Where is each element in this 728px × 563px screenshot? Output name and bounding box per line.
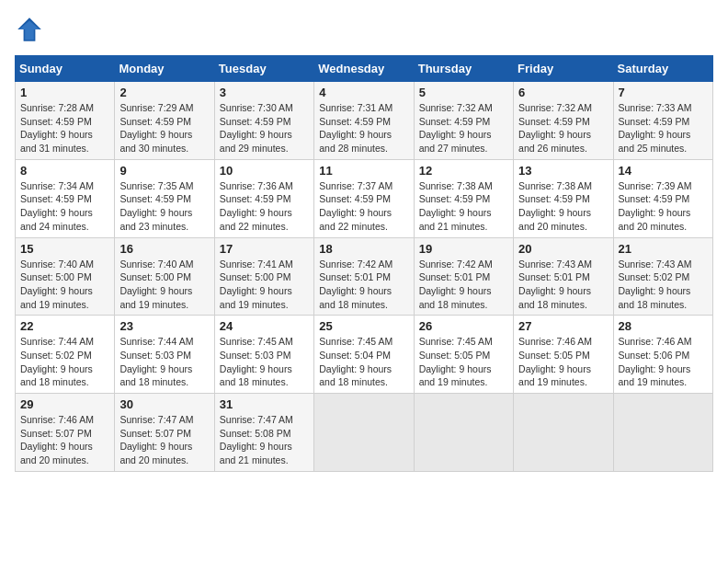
day-info: Sunrise: 7:37 AM Sunset: 4:59 PM Dayligh… <box>319 179 408 234</box>
calendar-cell: 2 Sunrise: 7:29 AM Sunset: 4:59 PM Dayli… <box>115 82 214 160</box>
day-header-thursday: Thursday <box>414 56 513 82</box>
calendar-cell: 3 Sunrise: 7:30 AM Sunset: 4:59 PM Dayli… <box>214 82 313 160</box>
calendar-cell: 30 Sunrise: 7:47 AM Sunset: 5:07 PM Dayl… <box>115 394 214 472</box>
week-row-2: 8 Sunrise: 7:34 AM Sunset: 4:59 PM Dayli… <box>16 159 713 237</box>
calendar-cell: 27 Sunrise: 7:46 AM Sunset: 5:05 PM Dayl… <box>514 316 613 394</box>
calendar-cell: 20 Sunrise: 7:43 AM Sunset: 5:01 PM Dayl… <box>514 237 613 316</box>
calendar-cell: 6 Sunrise: 7:32 AM Sunset: 4:59 PM Dayli… <box>514 82 613 160</box>
calendar-cell <box>613 394 712 472</box>
day-info: Sunrise: 7:30 AM Sunset: 4:59 PM Dayligh… <box>220 101 309 155</box>
day-info: Sunrise: 7:45 AM Sunset: 5:05 PM Dayligh… <box>419 335 508 389</box>
calendar-cell: 4 Sunrise: 7:31 AM Sunset: 4:59 PM Dayli… <box>314 82 414 160</box>
day-number: 17 <box>220 242 309 256</box>
calendar-cell <box>514 394 613 472</box>
day-number: 1 <box>20 86 109 99</box>
day-number: 23 <box>119 319 209 333</box>
days-header-row: SundayMondayTuesdayWednesdayThursdayFrid… <box>16 56 713 82</box>
day-number: 9 <box>119 164 209 178</box>
day-info: Sunrise: 7:40 AM Sunset: 5:00 PM Dayligh… <box>119 258 209 312</box>
calendar-cell: 12 Sunrise: 7:38 AM Sunset: 4:59 PM Dayl… <box>414 159 513 237</box>
day-number: 7 <box>619 86 708 99</box>
day-number: 13 <box>518 164 608 178</box>
day-number: 15 <box>20 242 109 256</box>
calendar-cell: 18 Sunrise: 7:42 AM Sunset: 5:01 PM Dayl… <box>314 237 414 316</box>
day-info: Sunrise: 7:44 AM Sunset: 5:03 PM Dayligh… <box>119 335 209 389</box>
day-info: Sunrise: 7:28 AM Sunset: 4:59 PM Dayligh… <box>20 101 109 155</box>
day-number: 4 <box>319 86 408 99</box>
day-info: Sunrise: 7:44 AM Sunset: 5:02 PM Dayligh… <box>20 335 109 389</box>
day-info: Sunrise: 7:45 AM Sunset: 5:04 PM Dayligh… <box>319 335 408 389</box>
logo <box>15 15 48 44</box>
day-number: 31 <box>220 397 309 411</box>
week-row-1: 1 Sunrise: 7:28 AM Sunset: 4:59 PM Dayli… <box>16 82 713 160</box>
day-number: 22 <box>20 319 109 333</box>
calendar-cell: 24 Sunrise: 7:45 AM Sunset: 5:03 PM Dayl… <box>214 316 313 394</box>
day-info: Sunrise: 7:32 AM Sunset: 4:59 PM Dayligh… <box>518 101 608 155</box>
calendar-cell: 26 Sunrise: 7:45 AM Sunset: 5:05 PM Dayl… <box>414 316 513 394</box>
day-number: 25 <box>319 319 408 333</box>
day-number: 29 <box>20 397 109 411</box>
calendar-cell <box>314 394 414 472</box>
day-header-monday: Monday <box>115 56 214 82</box>
calendar-cell: 13 Sunrise: 7:38 AM Sunset: 4:59 PM Dayl… <box>514 159 613 237</box>
page-header <box>15 15 713 44</box>
calendar-cell: 5 Sunrise: 7:32 AM Sunset: 4:59 PM Dayli… <box>414 82 513 160</box>
day-number: 19 <box>419 242 508 256</box>
day-header-sunday: Sunday <box>16 56 115 82</box>
day-number: 3 <box>220 86 309 99</box>
day-info: Sunrise: 7:35 AM Sunset: 4:59 PM Dayligh… <box>119 179 209 234</box>
day-info: Sunrise: 7:40 AM Sunset: 5:00 PM Dayligh… <box>20 258 109 312</box>
day-info: Sunrise: 7:29 AM Sunset: 4:59 PM Dayligh… <box>119 101 209 155</box>
day-info: Sunrise: 7:46 AM Sunset: 5:07 PM Dayligh… <box>20 413 109 467</box>
day-header-wednesday: Wednesday <box>314 56 414 82</box>
day-header-tuesday: Tuesday <box>214 56 313 82</box>
day-number: 27 <box>518 319 608 333</box>
calendar-cell: 14 Sunrise: 7:39 AM Sunset: 4:59 PM Dayl… <box>613 159 712 237</box>
calendar-cell: 11 Sunrise: 7:37 AM Sunset: 4:59 PM Dayl… <box>314 159 414 237</box>
day-info: Sunrise: 7:46 AM Sunset: 5:05 PM Dayligh… <box>518 335 608 389</box>
day-info: Sunrise: 7:43 AM Sunset: 5:02 PM Dayligh… <box>619 258 708 312</box>
day-number: 6 <box>518 86 608 99</box>
day-info: Sunrise: 7:38 AM Sunset: 4:59 PM Dayligh… <box>518 179 608 234</box>
day-info: Sunrise: 7:46 AM Sunset: 5:06 PM Dayligh… <box>619 335 708 389</box>
day-info: Sunrise: 7:47 AM Sunset: 5:08 PM Dayligh… <box>220 413 309 467</box>
day-info: Sunrise: 7:38 AM Sunset: 4:59 PM Dayligh… <box>419 179 508 234</box>
calendar-cell: 10 Sunrise: 7:36 AM Sunset: 4:59 PM Dayl… <box>214 159 313 237</box>
day-number: 26 <box>419 319 508 333</box>
day-number: 20 <box>518 242 608 256</box>
week-row-4: 22 Sunrise: 7:44 AM Sunset: 5:02 PM Dayl… <box>16 316 713 394</box>
day-info: Sunrise: 7:41 AM Sunset: 5:00 PM Dayligh… <box>220 258 309 312</box>
day-number: 8 <box>20 164 109 178</box>
day-number: 28 <box>619 319 708 333</box>
logo-icon <box>15 15 44 44</box>
day-header-friday: Friday <box>514 56 613 82</box>
day-number: 2 <box>119 86 209 99</box>
day-number: 10 <box>220 164 309 178</box>
day-info: Sunrise: 7:36 AM Sunset: 4:59 PM Dayligh… <box>220 179 309 234</box>
calendar-cell: 31 Sunrise: 7:47 AM Sunset: 5:08 PM Dayl… <box>214 394 313 472</box>
svg-marker-1 <box>19 20 40 40</box>
calendar-cell: 29 Sunrise: 7:46 AM Sunset: 5:07 PM Dayl… <box>16 394 115 472</box>
calendar-cell: 17 Sunrise: 7:41 AM Sunset: 5:00 PM Dayl… <box>214 237 313 316</box>
calendar-cell: 21 Sunrise: 7:43 AM Sunset: 5:02 PM Dayl… <box>613 237 712 316</box>
calendar-cell: 8 Sunrise: 7:34 AM Sunset: 4:59 PM Dayli… <box>16 159 115 237</box>
day-info: Sunrise: 7:43 AM Sunset: 5:01 PM Dayligh… <box>518 258 608 312</box>
day-info: Sunrise: 7:39 AM Sunset: 4:59 PM Dayligh… <box>619 179 708 234</box>
calendar-table: SundayMondayTuesdayWednesdayThursdayFrid… <box>15 55 713 472</box>
calendar-cell: 28 Sunrise: 7:46 AM Sunset: 5:06 PM Dayl… <box>613 316 712 394</box>
calendar-cell: 19 Sunrise: 7:42 AM Sunset: 5:01 PM Dayl… <box>414 237 513 316</box>
calendar-cell: 15 Sunrise: 7:40 AM Sunset: 5:00 PM Dayl… <box>16 237 115 316</box>
day-number: 12 <box>419 164 508 178</box>
day-info: Sunrise: 7:31 AM Sunset: 4:59 PM Dayligh… <box>319 101 408 155</box>
week-row-3: 15 Sunrise: 7:40 AM Sunset: 5:00 PM Dayl… <box>16 237 713 316</box>
day-number: 14 <box>619 164 708 178</box>
day-info: Sunrise: 7:34 AM Sunset: 4:59 PM Dayligh… <box>20 179 109 234</box>
day-number: 24 <box>220 319 309 333</box>
day-number: 16 <box>119 242 209 256</box>
calendar-cell <box>414 394 513 472</box>
calendar-cell: 7 Sunrise: 7:33 AM Sunset: 4:59 PM Dayli… <box>613 82 712 160</box>
day-info: Sunrise: 7:42 AM Sunset: 5:01 PM Dayligh… <box>419 258 508 312</box>
calendar-cell: 1 Sunrise: 7:28 AM Sunset: 4:59 PM Dayli… <box>16 82 115 160</box>
calendar-cell: 25 Sunrise: 7:45 AM Sunset: 5:04 PM Dayl… <box>314 316 414 394</box>
calendar-cell: 16 Sunrise: 7:40 AM Sunset: 5:00 PM Dayl… <box>115 237 214 316</box>
